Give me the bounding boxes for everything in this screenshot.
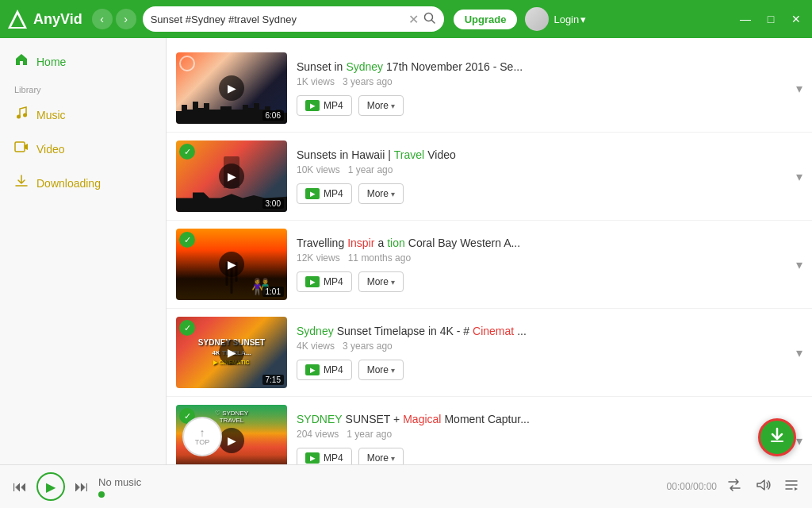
mp4-icon-4: ▶ <box>305 364 320 375</box>
check-2: ✓ <box>179 144 195 160</box>
download-fab-icon <box>767 425 787 450</box>
mp4-button-4[interactable]: ▶ MP4 <box>297 360 352 380</box>
download-icon <box>14 174 29 192</box>
prev-button[interactable]: ⏮ <box>13 479 27 495</box>
svg-marker-11 <box>795 487 798 491</box>
result-actions-5: ▶ MP4 More ▾ <box>297 448 787 464</box>
search-icon[interactable] <box>423 12 436 27</box>
track-name: No music <box>98 476 141 488</box>
duration-2: 3:00 <box>262 198 284 209</box>
duration-3: 1:01 <box>262 287 284 297</box>
play-button-1[interactable]: ▶ <box>219 75 244 101</box>
music-icon <box>14 106 29 124</box>
play-button-3[interactable]: ▶ <box>219 252 244 277</box>
thumbnail-2[interactable]: ▶ ✓ 3:00 <box>176 140 287 212</box>
sidebar-item-downloading[interactable]: Downloading <box>0 166 166 200</box>
result-actions-2: ▶ MP4 More ▾ <box>297 183 787 204</box>
mp4-button-3[interactable]: ▶ MP4 <box>297 271 352 292</box>
avatar <box>525 7 549 31</box>
thumbnail-3[interactable]: 👫 ▶ ✓ 1:01 <box>176 229 287 300</box>
top-button[interactable]: ↑ TOP <box>182 417 222 456</box>
expand-button-5[interactable]: ▾ <box>796 433 802 448</box>
volume-button[interactable] <box>755 477 771 497</box>
content-area: ▶ 6:06 Sunset in Sydney 17th November 20… <box>167 38 812 464</box>
svg-line-3 <box>431 20 435 23</box>
nav-arrows: ‹ › <box>92 9 136 29</box>
mp4-button-1[interactable]: ▶ MP4 <box>297 95 352 116</box>
download-fab-button[interactable] <box>758 418 796 456</box>
app-name: AnyVid <box>33 11 82 28</box>
back-button[interactable]: ‹ <box>92 9 113 29</box>
player-bar: ⏮ ▶ ⏭ No music 00:00/00:00 <box>0 464 812 508</box>
result-title-2: Sunsets in Hawaii | Travel Video <box>297 148 787 161</box>
home-icon <box>14 52 29 71</box>
result-meta-3: 12K views 11 months ago <box>297 252 787 264</box>
track-indicator <box>98 491 105 498</box>
play-pause-button[interactable]: ▶ <box>36 472 65 501</box>
expand-button-4[interactable]: ▾ <box>796 345 802 360</box>
more-chevron-1: ▾ <box>391 102 395 110</box>
sidebar-item-home[interactable]: Home <box>0 44 166 79</box>
result-info-5: SYDNEY SUNSET + Magical Moment Captur...… <box>297 413 787 464</box>
check-3: ✓ <box>179 232 195 248</box>
minimize-button[interactable]: — <box>736 10 755 29</box>
expand-button-3[interactable]: ▾ <box>796 257 802 272</box>
more-button-1[interactable]: More ▾ <box>358 95 404 116</box>
mp4-icon-5: ▶ <box>305 452 320 464</box>
sidebar-home-label: Home <box>36 56 66 68</box>
result-meta-1: 1K views 3 years ago <box>297 76 787 87</box>
next-button[interactable]: ⏭ <box>75 479 89 495</box>
search-bar: Sunset #Sydney #travel Sydney ✕ <box>143 6 444 32</box>
result-title-1: Sunset in Sydney 17th November 2016 - Se… <box>297 60 787 73</box>
sidebar-item-music[interactable]: Music <box>0 98 166 132</box>
more-button-5[interactable]: More ▾ <box>358 448 404 464</box>
upgrade-button[interactable]: Upgrade <box>454 10 518 29</box>
more-chevron-4: ▾ <box>391 366 395 375</box>
login-chevron-icon: ▾ <box>580 13 586 25</box>
search-clear-icon[interactable]: ✕ <box>408 12 419 27</box>
play-button-2[interactable]: ▶ <box>219 164 244 189</box>
sidebar: Home Library Music Video <box>0 38 167 464</box>
result-item: 👫 ▶ ✓ 1:01 Travelling Inspiration Coral … <box>167 221 812 309</box>
play-button-5[interactable]: ▶ <box>219 428 244 453</box>
result-info-4: Sydney Sunset Timelapse in 4K - #Cinemat… <box>297 325 787 380</box>
duration-1: 6:06 <box>262 110 284 121</box>
login-button[interactable]: Login ▾ <box>553 13 586 25</box>
time-display: 00:00/00:00 <box>667 481 717 492</box>
result-meta-4: 4K views 3 years ago <box>297 341 787 352</box>
mp4-button-5[interactable]: ▶ MP4 <box>297 448 352 464</box>
expand-button-2[interactable]: ▾ <box>796 169 802 184</box>
thumbnail-1[interactable]: ▶ 6:06 <box>176 52 287 124</box>
result-title-4: Sydney Sunset Timelapse in 4K - #Cinemat… <box>297 325 787 337</box>
result-info-3: Travelling Inspiration Coral Bay Western… <box>297 237 787 292</box>
player-controls: ⏮ ▶ ⏭ <box>13 472 89 501</box>
result-item: ▶ ✓ 3:00 Sunsets in Hawaii | Travel Vide… <box>167 133 812 221</box>
more-button-3[interactable]: More ▾ <box>358 271 404 292</box>
sidebar-video-label: Video <box>36 143 65 156</box>
sidebar-downloading-label: Downloading <box>36 177 101 190</box>
video-icon <box>14 140 29 158</box>
svg-point-5 <box>23 114 27 117</box>
repeat-button[interactable] <box>726 477 742 497</box>
more-button-2[interactable]: More ▾ <box>358 183 404 204</box>
check-4: ✓ <box>179 320 195 336</box>
result-item: ▶ 6:06 Sunset in Sydney 17th November 20… <box>167 44 812 133</box>
forward-button[interactable]: › <box>116 9 136 29</box>
svg-rect-6 <box>15 142 25 152</box>
titlebar: AnyVid ‹ › Sunset #Sydney #travel Sydney… <box>0 0 812 38</box>
expand-button-1[interactable]: ▾ <box>796 81 802 96</box>
search-query: Sunset #Sydney #travel Sydney <box>151 13 404 25</box>
window-controls: — □ ✕ <box>736 10 806 29</box>
play-button-4[interactable]: ▶ <box>219 340 244 365</box>
player-right-controls <box>726 477 799 497</box>
close-button[interactable]: ✕ <box>787 10 806 29</box>
result-info-2: Sunsets in Hawaii | Travel Video 10K vie… <box>297 148 787 204</box>
more-button-4[interactable]: More ▾ <box>358 360 404 380</box>
sidebar-item-video[interactable]: Video <box>0 132 166 166</box>
mp4-icon-1: ▶ <box>305 100 320 111</box>
maximize-button[interactable]: □ <box>761 10 780 29</box>
playlist-button[interactable] <box>783 477 799 497</box>
mp4-button-2[interactable]: ▶ MP4 <box>297 183 352 204</box>
select-circle-1[interactable] <box>179 56 195 71</box>
thumbnail-4[interactable]: SYDNEY SUNSET4K TIMELA...▶ CINEMATIC ▶ ✓… <box>176 317 287 388</box>
